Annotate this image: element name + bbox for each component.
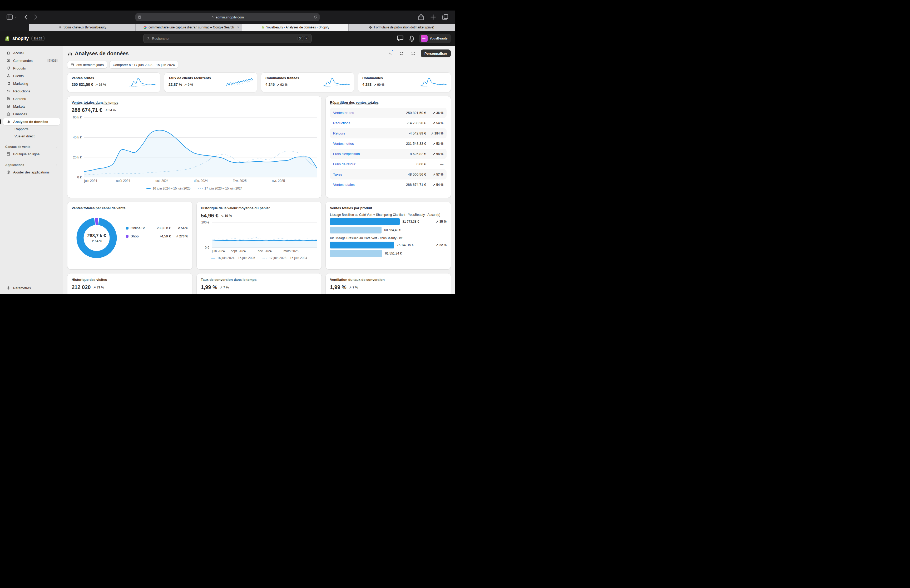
shopify-logo[interactable]: shopify [4, 35, 29, 42]
breakdown-metric-link[interactable]: Ventes totales [333, 183, 355, 187]
channel-delta: ↗ 54 % [173, 226, 188, 230]
date-range-filter[interactable]: 365 derniers jours [68, 61, 107, 68]
sidebar-item[interactable]: Analyses de données [3, 118, 60, 125]
breakdown-metric-link[interactable]: Réductions [333, 121, 350, 125]
x-axis-label: août 2024 [116, 179, 130, 183]
browser-tab[interactable]: YousBeauty · Analyses de données · Shopi… [242, 24, 349, 31]
breakdown-metric-link[interactable]: Retours [333, 131, 345, 135]
sidebar-item[interactable]: Produits [3, 65, 60, 72]
inbox-icon[interactable] [396, 34, 404, 43]
fullscreen-button[interactable] [409, 50, 417, 57]
sidebar-item[interactable]: Commandes7 402 [3, 57, 60, 64]
forward-button[interactable] [32, 13, 39, 21]
expand-icon [411, 51, 415, 55]
tab-overview-icon[interactable] [441, 13, 449, 21]
global-search-input[interactable]: Rechercher ⌘ K [143, 34, 312, 43]
notifications-bell-icon[interactable] [407, 34, 416, 43]
kpi-label[interactable]: Commandes traitées [265, 76, 299, 80]
new-tab-icon[interactable] [429, 13, 437, 21]
card-title[interactable]: Taux de conversion dans le temps [201, 278, 257, 282]
donut-chart[interactable]: 288,7 k € ↗ 54 % [74, 216, 119, 260]
browser-tab[interactable]: Formulaire de publication dotmarket (pri… [349, 24, 455, 31]
sidebar-item[interactable]: Finances [3, 110, 60, 118]
card-title[interactable]: Ventilation du taux de conversion [330, 278, 385, 282]
current-period-bar[interactable] [330, 242, 394, 249]
product-chart-title[interactable]: Ventes totales par produit [330, 206, 372, 210]
sidebar-item[interactable]: Réductions [3, 87, 60, 95]
previous-period-bar[interactable] [330, 250, 382, 257]
basket-line-chart[interactable] [212, 222, 317, 248]
product-label[interactable]: Lissage Brésilien au Café Vert + Shampoi… [330, 213, 446, 216]
kpi-delta: ↗ 9 % [184, 83, 193, 87]
breakdown-metric-link[interactable]: Ventes brutes [333, 111, 354, 115]
sidebar-item[interactable]: Markets [3, 103, 60, 110]
sidebar-item-settings[interactable]: Paramètres [3, 284, 60, 292]
personalize-button[interactable]: Personnaliser [421, 50, 451, 57]
share-icon[interactable] [417, 13, 425, 21]
channel-legend-row[interactable]: Shop74,59 €↗ 273 % [126, 234, 188, 238]
card-title[interactable]: Historique des visites [72, 278, 107, 282]
product-label[interactable]: Kit Lissage Brésilien au Café Vert · You… [330, 236, 446, 240]
x-axis: juin 2024août 2024oct. 2024déc. 2024févr… [84, 179, 317, 183]
browser-tab[interactable]: comment faire une capture d'écran sur ma… [136, 24, 242, 31]
x-axis-label: févr. 2025 [233, 179, 247, 183]
product-block: Kit Lissage Brésilien au Café Vert · You… [330, 236, 446, 257]
sidebar-toggle-icon[interactable] [6, 13, 14, 21]
breakdown-title[interactable]: Répartition des ventes totales [330, 100, 379, 105]
sidebar-item[interactable]: Ajouter des applications [3, 168, 60, 176]
sidebar-item[interactable]: Boutique en ligne [3, 150, 60, 158]
sidebar-subitem[interactable]: Rapports [3, 126, 60, 132]
sidebar-section-header[interactable]: Applications [2, 162, 61, 168]
y-axis-label: 200 € [201, 221, 209, 224]
x-axis-label: sept. 2024 [231, 249, 246, 253]
basket-chart-title[interactable]: Historique de la valeur moyenne du panie… [201, 206, 270, 210]
refresh-data-button[interactable] [398, 50, 406, 57]
page-preview-icon[interactable] [137, 15, 142, 19]
kpi-label[interactable]: Commandes [362, 76, 383, 80]
breakdown-metric-link[interactable]: Frais de retour [333, 162, 356, 166]
breakdown-metric-link[interactable]: Frais d'expédition [333, 152, 360, 156]
close-tab-icon[interactable]: × [237, 26, 239, 29]
breakdown-delta: ↗ 53 % [426, 142, 443, 145]
chart-title[interactable]: Ventes totales dans le temps [72, 100, 118, 105]
kpi-card[interactable]: Taux de clients récurrents22,87 %↗ 9 % [164, 73, 257, 92]
kpi-card[interactable]: Commandes4 283↗ 90 % [358, 73, 451, 92]
sidebar-item[interactable]: Marketing [3, 80, 60, 87]
chevron-down-icon[interactable] [14, 16, 17, 18]
kpi-label[interactable]: Taux de clients récurrents [168, 76, 211, 80]
browser-tab[interactable]: Soins cheveux By YousBeauty [29, 24, 136, 31]
ai-insights-button[interactable] [386, 50, 394, 57]
basket-x-axis: juin 2024sept. 2024déc. 2024mars 2025 [212, 249, 318, 254]
sidebar-section-header[interactable]: Canaux de vente [2, 144, 61, 150]
sidebar-item[interactable]: Clients [3, 72, 60, 79]
kpi-card[interactable]: Commandes traitées4 245↗ 92 % [261, 73, 354, 92]
channel-legend: Online St...288,6 k €↗ 54 %Shop74,59 €↗ … [126, 226, 188, 238]
compare-label: Comparer à : 17 juin 2023 – 15 juin 2024 [113, 63, 175, 67]
sales-over-time-chart[interactable] [84, 117, 317, 178]
basket-chart-plot[interactable] [212, 222, 318, 248]
sidebar-item[interactable]: Accueil [3, 49, 60, 57]
breakdown-value: 8 625,82 € [410, 152, 426, 156]
notification-dot [391, 50, 394, 52]
breakdown-row: Réductions-14 730,28 €↗ 54 % [330, 118, 446, 128]
sidebar-item[interactable]: Contenu [3, 95, 60, 102]
x-axis-label: mars 2025 [284, 249, 299, 253]
user-menu[interactable]: You YousBeauty [419, 34, 451, 43]
kpi-sparkline [420, 78, 446, 88]
previous-period-bar[interactable] [330, 227, 381, 233]
breakdown-value: 0,00 € [417, 162, 426, 166]
sidebar-subitem[interactable]: Vue en direct [3, 132, 60, 139]
back-button[interactable] [22, 13, 30, 21]
channel-legend-row[interactable]: Online St...288,6 k €↗ 54 % [126, 226, 188, 230]
channel-chart-title[interactable]: Ventes totales par canal de vente [72, 206, 125, 210]
reload-icon[interactable] [314, 15, 318, 19]
breakdown-metric-link[interactable]: Ventes nettes [333, 142, 354, 145]
current-period-bar[interactable] [330, 218, 400, 225]
address-bar[interactable]: admin.shopify.com [135, 13, 320, 21]
compare-filter[interactable]: Comparer à : 17 juin 2023 – 15 juin 2024 [110, 61, 178, 68]
product-block: Lissage Brésilien au Café Vert + Shampoi… [330, 213, 446, 233]
breakdown-metric-link[interactable]: Taxes [333, 173, 342, 176]
kpi-card[interactable]: Ventes brutes250 821,50 €↗ 36 % [68, 73, 160, 92]
line-chart-plot[interactable] [84, 117, 317, 178]
kpi-label[interactable]: Ventes brutes [72, 76, 94, 80]
